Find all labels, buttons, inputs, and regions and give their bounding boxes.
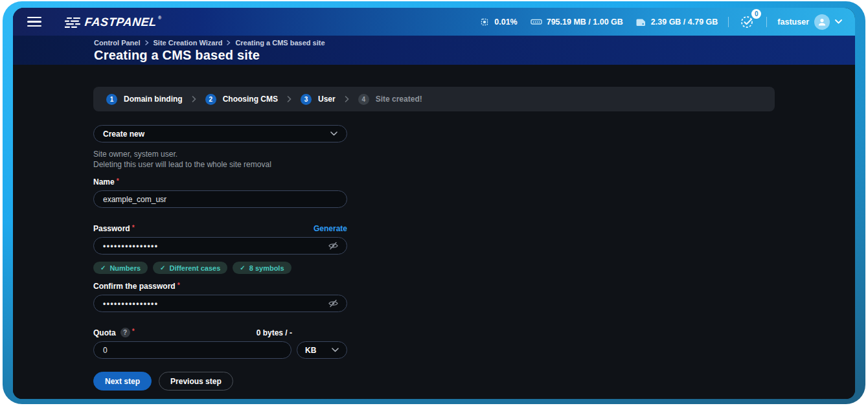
helper-text: Site owner, system user. Deleting this u…: [93, 149, 347, 170]
ram-usage-value: 795.19 MB / 1.00 GB: [547, 17, 623, 27]
step-site-created: 4 Site created!: [358, 94, 422, 105]
chevron-down-icon: [835, 19, 842, 24]
badge-8-symbols: ✓ 8 symbols: [233, 262, 291, 274]
badge-numbers: ✓ Numbers: [93, 262, 148, 274]
quota-input[interactable]: [93, 341, 291, 359]
user-select-value: Create new: [103, 130, 144, 139]
check-icon: ✓: [160, 264, 165, 271]
breadcrumb-control-panel[interactable]: Control Panel: [94, 39, 141, 47]
previous-step-button[interactable]: Previous step: [159, 372, 233, 391]
password-label: Password *: [93, 224, 135, 233]
name-input[interactable]: [93, 190, 347, 208]
step-label: Domain binding: [124, 95, 183, 104]
password-input[interactable]: [93, 237, 347, 255]
quota-label: Quota ? *: [93, 328, 135, 337]
required-asterisk: *: [132, 225, 135, 231]
avatar: [814, 14, 830, 30]
cpu-usage-stat[interactable]: 0.01%: [479, 17, 517, 27]
top-navbar: FASTPANEL ® 0.01%: [13, 8, 855, 36]
main-content: 1 Domain binding 2 Choosing CMS 3 User 4…: [13, 65, 855, 399]
step-choosing-cms[interactable]: 2 Choosing CMS: [205, 94, 278, 105]
step-number: 2: [205, 94, 216, 105]
app-frame: FASTPANEL ® 0.01%: [3, 1, 865, 404]
user-select[interactable]: Create new: [93, 125, 347, 142]
required-asterisk: *: [132, 328, 135, 335]
navbar-divider: [728, 17, 729, 27]
breadcrumb: Control Panel Site Creation Wizard Creat…: [94, 39, 855, 47]
name-field-wrap: [93, 190, 347, 208]
app-window: FASTPANEL ® 0.01%: [13, 8, 855, 399]
step-user[interactable]: 3 User: [301, 94, 336, 105]
step-number: 1: [106, 94, 117, 105]
quota-unit-value: KB: [305, 346, 316, 355]
check-icon: ✓: [240, 264, 245, 271]
breadcrumb-site-creation-wizard[interactable]: Site Creation Wizard: [154, 39, 223, 47]
chevron-down-icon: [332, 348, 339, 352]
step-label: Site created!: [376, 95, 422, 104]
quota-label-row: Quota ? * 0 bytes / -: [93, 328, 292, 337]
step-domain-binding[interactable]: 1 Domain binding: [106, 94, 183, 105]
ram-usage-stat[interactable]: 795.19 MB / 1.00 GB: [531, 17, 623, 27]
page-title: Creating a CMS based site: [94, 48, 855, 63]
toggle-password-visibility-button[interactable]: [328, 241, 339, 251]
confirm-password-label: Confirm the password *: [93, 282, 347, 291]
name-label: Name *: [93, 177, 347, 187]
step-label: Choosing CMS: [223, 95, 278, 104]
fastpanel-logo[interactable]: FASTPANEL ®: [65, 15, 161, 29]
menu-button[interactable]: [27, 17, 41, 27]
logo-equalizer-icon: [65, 17, 80, 28]
step-chevron-icon: [287, 96, 291, 102]
password-label-row: Password * Generate: [93, 224, 347, 233]
notifications-button[interactable]: 0: [739, 14, 756, 30]
quota-help-icon[interactable]: ?: [120, 328, 130, 337]
toggle-confirm-visibility-button[interactable]: [328, 299, 339, 308]
password-field-wrap: [93, 237, 347, 255]
server-stats: 0.01% 795.19 MB / 1.00 GB: [479, 17, 718, 27]
cpu-icon: [479, 17, 490, 27]
registered-mark: ®: [158, 16, 161, 20]
username-label: fastuser: [777, 17, 809, 27]
password-strength-badges: ✓ Numbers ✓ Different cases ✓ 8 symbols: [93, 262, 347, 274]
check-icon: ✓: [100, 264, 106, 271]
navbar-divider: [766, 17, 767, 27]
menu-bar: [27, 21, 41, 23]
wizard-steps: 1 Domain binding 2 Choosing CMS 3 User 4…: [93, 87, 775, 111]
quota-inputs: KB: [93, 341, 347, 359]
notifications-count-badge: 0: [751, 9, 761, 19]
menu-bar: [27, 17, 41, 19]
step-number: 3: [301, 94, 312, 105]
quota-unit-select[interactable]: KB: [297, 341, 347, 359]
step-label: User: [318, 95, 336, 104]
disk-icon: [636, 17, 646, 27]
required-asterisk: *: [177, 282, 180, 289]
confirm-password-field-wrap: [93, 295, 347, 312]
breadcrumb-chevron-icon: [227, 40, 231, 45]
form-actions: Next step Previous step: [93, 372, 347, 391]
confirm-password-input[interactable]: [93, 295, 347, 312]
chevron-down-icon: [330, 131, 337, 136]
generate-password-link[interactable]: Generate: [314, 224, 347, 233]
step-chevron-icon: [345, 96, 349, 102]
logo-text: FASTPANEL: [84, 15, 157, 29]
menu-bar: [27, 25, 41, 27]
user-menu[interactable]: fastuser: [777, 14, 842, 30]
helper-line-2: Deleting this user will lead to the whol…: [93, 160, 271, 169]
breadcrumb-chevron-icon: [145, 40, 149, 45]
eye-off-icon: [328, 299, 339, 308]
disk-usage-value: 2.39 GB / 4.79 GB: [651, 17, 718, 27]
step-number: 4: [358, 94, 369, 105]
cpu-usage-value: 0.01%: [494, 17, 517, 27]
person-icon: [817, 17, 827, 27]
disk-usage-stat[interactable]: 2.39 GB / 4.79 GB: [636, 17, 718, 27]
step-chevron-icon: [192, 96, 196, 102]
breadcrumb-current: Creating a CMS based site: [235, 39, 325, 47]
eye-off-icon: [328, 241, 339, 251]
user-form: Create new Site owner, system user. Dele…: [93, 125, 347, 391]
quota-usage-value: 0 bytes / -: [257, 328, 292, 337]
badge-different-cases: ✓ Different cases: [153, 262, 227, 274]
required-asterisk: *: [117, 178, 119, 185]
page-header: Control Panel Site Creation Wizard Creat…: [13, 36, 855, 65]
ram-icon: [531, 17, 542, 27]
helper-line-1: Site owner, system user.: [93, 150, 177, 159]
next-step-button[interactable]: Next step: [93, 372, 152, 391]
